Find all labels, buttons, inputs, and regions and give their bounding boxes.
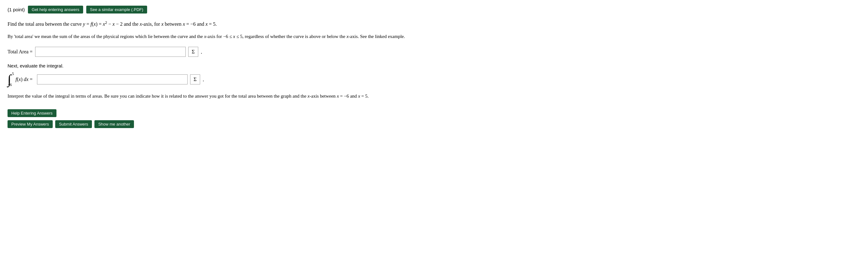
- point-label: (1 point): [7, 7, 25, 12]
- total-area-label: Total Area =: [7, 49, 33, 55]
- total-area-row: Total Area = Σ .: [7, 47, 432, 57]
- action-btn-row: Preview My Answers Submit Answers Show m…: [7, 120, 134, 128]
- integral-upper: 5: [12, 72, 14, 76]
- integral-dot: .: [203, 76, 204, 83]
- help-entering-answers-btn[interactable]: Help Entering Answers: [7, 109, 57, 117]
- integral-sign: ∫ 5 −6: [7, 73, 11, 86]
- help-row: Help Entering Answers: [7, 109, 57, 117]
- top-bar: (1 point) Get help entering answers See …: [7, 6, 432, 13]
- submit-btn[interactable]: Submit Answers: [55, 120, 92, 128]
- description-text: By 'total area' we mean the sum of the a…: [7, 33, 432, 41]
- total-area-input[interactable]: [35, 47, 186, 57]
- total-area-sigma-btn[interactable]: Σ: [188, 47, 198, 57]
- show-another-btn[interactable]: Show me another: [94, 120, 134, 128]
- interpret-text: Interpret the value of the integral in t…: [7, 92, 432, 101]
- integral-input[interactable]: [37, 75, 188, 84]
- total-area-dot: .: [201, 49, 202, 55]
- integral-sigma-btn[interactable]: Σ: [190, 75, 200, 84]
- integral-expr: f(x) dx =: [16, 77, 33, 82]
- help-entering-btn[interactable]: Get help entering answers: [28, 6, 83, 13]
- problem-text: Find the total area between the curve y …: [7, 19, 432, 28]
- next-section-label: Next, evaluate the integral.: [7, 63, 432, 68]
- integral-lower: −6: [7, 83, 12, 87]
- preview-btn[interactable]: Preview My Answers: [7, 120, 53, 128]
- bottom-buttons: Help Entering Answers Preview My Answers…: [7, 109, 432, 128]
- similar-example-btn[interactable]: See a similar example (.PDF): [86, 6, 147, 13]
- integral-row: ∫ 5 −6 f(x) dx = Σ .: [7, 73, 432, 86]
